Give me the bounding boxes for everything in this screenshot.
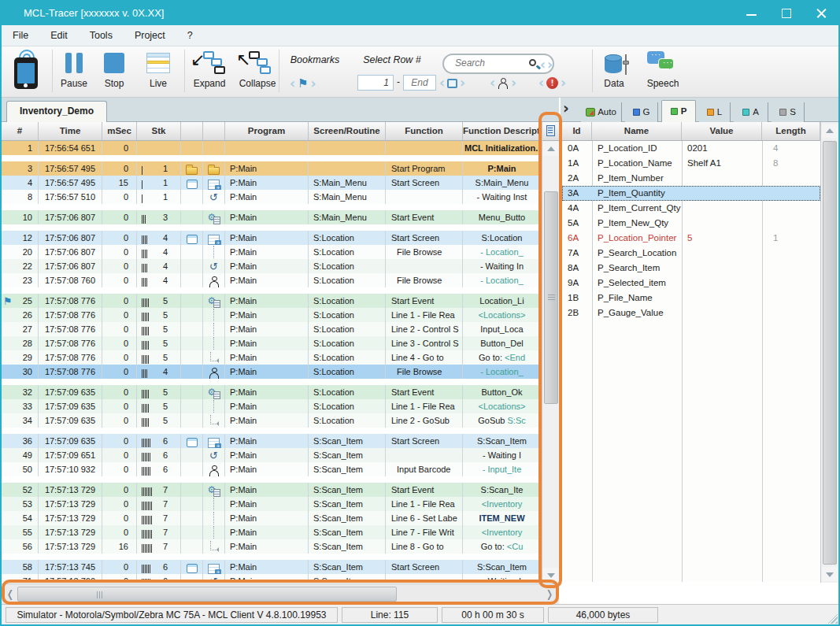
variable-row[interactable]: 1BP_File_Name: [562, 291, 820, 306]
variable-tab-s[interactable]: S: [772, 102, 805, 122]
prev-screen-icon[interactable]: [439, 76, 445, 90]
variable-row[interactable]: 2BP_Gauge_Value: [562, 306, 820, 320]
variable-row[interactable]: 8AP_Search_Item: [562, 261, 820, 276]
variable-row[interactable]: 4AP_Item_Current_Qty: [562, 201, 820, 216]
trace-row[interactable]: 2217:57:06 80704P:MainS:Location- Waitin…: [2, 259, 542, 273]
trace-row[interactable]: 3217:57:09 63505P:MainS:LocationStart Ev…: [2, 385, 542, 399]
device-icon[interactable]: [14, 57, 38, 89]
pin-panel-icon[interactable]: [546, 125, 555, 136]
variable-tab-a[interactable]: A: [734, 102, 768, 122]
panel-collapse-icon[interactable]: ›: [563, 99, 569, 117]
expand-button[interactable]: ↙: [192, 51, 227, 75]
bookmark-flag-icon[interactable]: [298, 76, 308, 91]
column-header-icon[interactable]: [203, 122, 225, 140]
trace-row[interactable]: 5517:57:13 72907P:MainS:Scan_ItemLine 7 …: [2, 525, 542, 539]
pause-button[interactable]: [65, 53, 83, 73]
column-header-program[interactable]: Program: [225, 122, 309, 140]
column-header-function[interactable]: Function: [386, 122, 463, 140]
row-from-input[interactable]: [357, 75, 394, 91]
next-error-icon[interactable]: [561, 76, 566, 90]
trace-row[interactable]: 2617:57:08 77605P:MainS:LocationLine 1 -…: [2, 308, 542, 322]
column-header-value[interactable]: Value: [682, 122, 762, 140]
variable-row[interactable]: 6AP_Location_Pointer51: [562, 231, 820, 246]
trace-row[interactable]: 5017:57:10 93206P:MainS:Scan_ItemInput B…: [2, 462, 542, 476]
trace-row[interactable]: 317:56:57 49501P:MainStart ProgramP:Main: [2, 161, 542, 176]
menu-item-edit[interactable]: Edit: [39, 25, 79, 46]
variable-tab-l[interactable]: L: [699, 102, 731, 122]
scroll-up-button[interactable]: [543, 142, 559, 156]
scrollbar-thumb[interactable]: [17, 587, 397, 602]
scroll-right-button[interactable]: ❭: [543, 587, 556, 602]
trace-row[interactable]: 2017:57:06 80704P:MainS:LocationFile Bro…: [2, 245, 542, 259]
variables-vertical-scrollbar[interactable]: [820, 122, 838, 583]
trace-row[interactable]: 3617:57:09 63506P:MainS:Scan_ItemStart S…: [2, 434, 542, 448]
trace-row[interactable]: 2317:57:08 76004P:MainS:LocationFile Bro…: [2, 273, 542, 287]
variable-row[interactable]: 3AP_Item_Quantity: [562, 186, 820, 201]
variable-row[interactable]: 9AP_Selected_item: [562, 276, 820, 291]
variable-tab-auto[interactable]: Auto: [581, 102, 622, 122]
prev-input-icon[interactable]: [490, 76, 495, 90]
column-header-id[interactable]: Id: [562, 122, 592, 140]
error-icon[interactable]: [546, 77, 558, 89]
scroll-down-button[interactable]: [543, 568, 559, 582]
trace-row[interactable]: 5317:57:13 72907P:MainS:Scan_ItemLine 1 …: [2, 497, 542, 511]
trace-row[interactable]: 4917:57:09 65106P:MainS:Scan_Item- Waiti…: [2, 448, 542, 462]
column-header-icon[interactable]: [181, 122, 203, 140]
menu-item-project[interactable]: Project: [124, 25, 176, 46]
resize-grip[interactable]: [827, 613, 838, 624]
prev-error-icon[interactable]: [538, 76, 544, 90]
variable-row[interactable]: 1AP_Location_NameShelf A18: [562, 156, 820, 171]
trace-row[interactable]: 1017:57:06 80703P:MainS:Main_MenuStart E…: [2, 210, 542, 224]
bookmark-prev-icon[interactable]: [290, 77, 295, 91]
trace-row[interactable]: 5817:57:13 74506P:MainS:Scan_ItemStart S…: [2, 560, 542, 574]
trace-row[interactable]: 817:56:57 51001P:MainS:Main_Menu- Waitin…: [2, 190, 542, 204]
close-button[interactable]: [804, 2, 838, 25]
tab-inventory-demo[interactable]: Inventory_Demo: [6, 101, 107, 122]
trace-row[interactable]: 5217:57:13 72907P:MainS:Scan_ItemStart E…: [2, 483, 542, 497]
stop-button[interactable]: [104, 53, 124, 73]
trace-vertical-scrollbar[interactable]: [542, 122, 559, 583]
trace-row[interactable]: 3317:57:09 63505P:MainS:LocationLine 1 -…: [2, 399, 542, 413]
live-button[interactable]: [146, 53, 170, 73]
search-icon[interactable]: [529, 59, 536, 66]
trace-horizontal-scrollbar[interactable]: ❬ ❭: [2, 583, 559, 604]
variable-tab-g[interactable]: G: [625, 102, 658, 122]
trace-row[interactable]: 5617:57:13 729167P:MainS:Scan_ItemLine 8…: [2, 539, 542, 554]
search-prev-icon[interactable]: [540, 58, 546, 72]
variable-row[interactable]: 2AP_Item_Number: [562, 171, 820, 186]
bookmark-next-icon[interactable]: [310, 77, 316, 91]
trace-row[interactable]: 2517:57:08 77605P:MainS:LocationStart Ev…: [2, 294, 542, 308]
variable-row[interactable]: 7AP_Search_Location: [562, 246, 820, 261]
search-input[interactable]: [455, 57, 524, 69]
scroll-down-button[interactable]: [822, 567, 838, 581]
user-input-icon[interactable]: [498, 78, 509, 89]
variable-row[interactable]: 5AP_Item_New_Qty: [562, 216, 820, 231]
speech-button[interactable]: ··· ···: [647, 51, 679, 75]
column-header-time[interactable]: Time: [39, 122, 102, 140]
collapse-button[interactable]: ↖: [238, 51, 272, 75]
variable-tab-p[interactable]: P: [661, 100, 696, 122]
search-next-icon[interactable]: [547, 58, 553, 72]
trace-row[interactable]: 117:56:54 6510MCL Initialization. L: [2, 141, 542, 155]
trace-row[interactable]: 7117:57:13 76006P:MainS:Scan_Item- Waiti…: [2, 574, 542, 582]
scroll-up-button[interactable]: [822, 124, 838, 138]
variable-row[interactable]: 0AP_Location_ID02014: [562, 141, 820, 156]
trace-row[interactable]: 2917:57:08 77605P:MainS:LocationLine 4 -…: [2, 350, 542, 365]
column-header--[interactable]: #: [2, 122, 39, 140]
column-header-stk[interactable]: Stk: [137, 122, 181, 140]
screen-filter-icon[interactable]: [447, 79, 457, 88]
minimize-button[interactable]: [735, 2, 769, 25]
next-input-icon[interactable]: [511, 76, 516, 90]
column-header-name[interactable]: Name: [592, 122, 682, 140]
trace-row[interactable]: 417:56:57 495151P:MainS:Main_MenuStart S…: [2, 176, 542, 190]
trace-row[interactable]: 2717:57:08 77605P:MainS:LocationLine 2 -…: [2, 322, 542, 336]
scrollbar-thumb[interactable]: [544, 191, 558, 404]
menu-item-tools[interactable]: Tools: [79, 25, 124, 46]
column-header-length[interactable]: Length: [762, 122, 820, 140]
column-header-function-description[interactable]: Function Description: [463, 122, 542, 140]
maximize-button[interactable]: [769, 2, 804, 25]
menu-item-help[interactable]: ?: [176, 25, 204, 46]
trace-row[interactable]: 3017:57:08 77604P:MainS:LocationFile Bro…: [2, 365, 542, 379]
next-screen-icon[interactable]: [460, 76, 465, 90]
trace-row[interactable]: 1217:57:06 80704P:MainS:LocationStart Sc…: [2, 231, 542, 245]
